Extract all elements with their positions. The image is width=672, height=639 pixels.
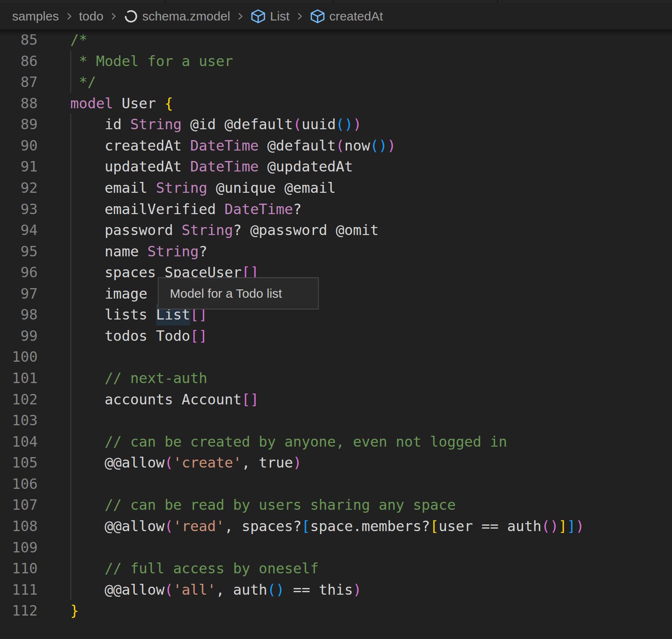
line-number: 89 [0,114,38,135]
code-line: 99 todos Todo[] [0,325,672,347]
code-token: [] [190,327,208,344]
code-line: 86 * Model for a user [0,51,672,72]
code-token: == this [285,581,353,598]
code-token: [ [302,518,310,534]
code-token: @@allow [70,518,164,534]
code-token: ) [576,518,584,534]
line-number: 92 [0,177,38,199]
line-number: 88 [0,93,38,114]
code-token: // full access by oneself [70,560,319,577]
code-token: now [344,137,370,154]
code-token: @updatedAt [259,158,353,175]
line-number: 96 [0,262,38,283]
code-line: 88model User { [0,93,672,114]
chevron-right-icon [108,11,119,22]
breadcrumb: samplestodoschema.zmodelListcreatedAt [0,3,672,29]
code-token: User [113,95,164,112]
breadcrumb-label: todo [79,9,103,23]
code-token: image [70,285,147,302]
code-token: ( [293,116,301,133]
code-token: // next-auth [70,370,208,386]
code-token: @@allow [70,454,164,471]
code-token: ) [353,581,362,598]
code-line: 96 spaces SpaceUser[] [0,262,672,283]
line-number: 109 [0,537,38,558]
code-token: ( [164,581,173,598]
code-token: } [70,602,79,619]
code-token: // can be created by anyone, even not lo… [70,433,507,450]
loading-icon [123,9,139,24]
line-number: 97 [0,283,38,304]
code-line: 109 [0,537,672,558]
line-number: 108 [0,516,38,537]
code-token: 'create' [173,454,242,471]
chevron-right-icon [294,11,305,22]
code-line: 91 updatedAt DateTime @updatedAt [0,156,672,177]
tab-strip [0,0,672,3]
code-line: 89 id String @id @default(uuid()) [0,114,672,135]
code-token: 'all' [173,581,216,598]
code-token: 'read' [173,518,225,534]
code-line: 98 lists List[] [0,304,672,325]
code-token: ? [199,243,207,260]
code-token: id [70,116,130,133]
tab-segment[interactable] [333,0,497,3]
code-token: { [164,95,173,112]
breadcrumb-item-list[interactable]: List [250,8,290,24]
code-token: , spaces? [224,518,301,534]
breadcrumb-item-samples[interactable]: samples [12,9,59,23]
line-number: 93 [0,199,38,220]
line-number: 112 [0,600,38,621]
code-line: 108 @@allow('read', spaces?[space.member… [0,516,672,537]
line-number: 85 [0,29,38,51]
code-token: DateTime [190,158,259,175]
code-token: ( [164,518,173,534]
line-number: 102 [0,389,38,410]
hover-tooltip: Model for a Todo list [158,277,319,309]
code-area: 85/*86 * Model for a user87 */88model Us… [0,29,672,621]
code-token: ) [293,454,301,471]
line-number: 110 [0,558,38,579]
code-token: () [370,137,387,154]
line-number: 101 [0,368,38,389]
code-token: @unique @email [208,179,336,196]
breadcrumb-item-schema-zmodel[interactable]: schema.zmodel [123,9,230,24]
code-line: 104 // can be created by anyone, even no… [0,431,672,452]
code-token: () [336,116,353,133]
breadcrumb-label: samples [12,9,59,23]
tab-segment[interactable] [498,0,672,3]
breadcrumb-item-todo[interactable]: todo [79,9,103,23]
breadcrumb-item-createdat[interactable]: createdAt [310,8,383,24]
code-token: /* [70,31,87,48]
code-token: email [70,179,156,196]
breadcrumb-label: createdAt [329,9,383,23]
tab-segment[interactable] [166,0,333,3]
code-line: 94 password String? @password @omit [0,220,672,241]
editor-window: samplestodoschema.zmodelListcreatedAt 85… [0,0,672,639]
line-number: 105 [0,452,38,473]
code-line: 112} [0,600,672,621]
line-number: 106 [0,473,38,495]
code-token: () [267,581,285,598]
tab-segment[interactable] [0,0,165,3]
code-token: String [147,243,199,260]
symbol-cube-icon [310,8,326,24]
code-token: ) [353,116,362,133]
code-token: [ [430,518,439,534]
code-line: 93 emailVerified DateTime? [0,199,672,220]
code-line: 85/* [0,29,672,51]
code-line: 110 // full access by oneself [0,558,672,579]
line-number: 95 [0,241,38,262]
code-line: 87 */ [0,72,672,93]
code-token: ( [336,137,344,154]
line-number: 107 [0,494,38,516]
code-token: ? @password @omit [233,222,379,238]
code-editor[interactable]: 85/*86 * Model for a user87 */88model Us… [0,29,672,639]
code-token: model [70,95,113,112]
code-token: user == auth [439,518,541,534]
code-token: emailVerified [70,201,224,217]
hover-tooltip-text: Model for a Todo list [170,286,282,301]
code-token: ( [164,454,173,471]
code-line: 92 email String @unique @email [0,177,672,199]
code-token: // can be read by users sharing any spac… [70,496,456,513]
